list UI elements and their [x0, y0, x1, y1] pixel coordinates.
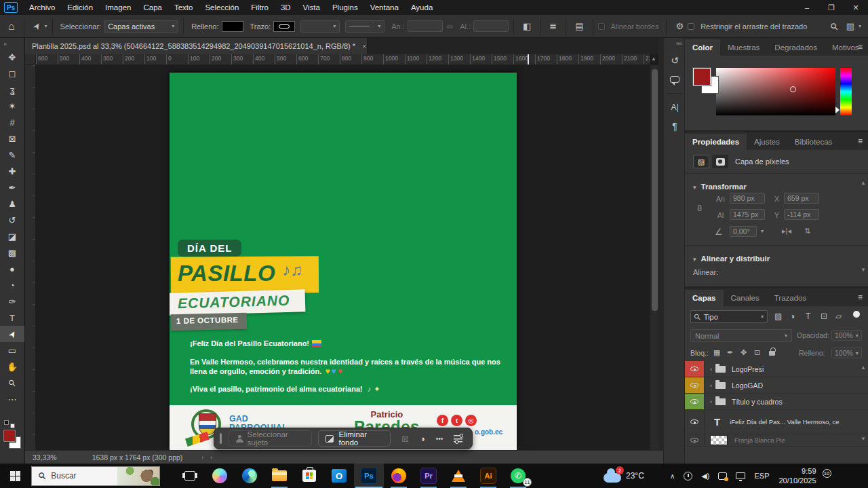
- select-mode-dropdown[interactable]: Capas activas▾: [104, 20, 178, 33]
- more-options-icon[interactable]: •••: [436, 435, 443, 443]
- layer-row-logogad[interactable]: › LogoGAD: [685, 377, 868, 394]
- zoom-tool[interactable]: ⚲: [0, 375, 24, 391]
- expand-panels-icon[interactable]: ««: [664, 38, 684, 51]
- hue-slider[interactable]: [840, 68, 852, 115]
- whatsapp-button[interactable]: ✆ 11: [503, 464, 533, 488]
- visibility-eye-icon[interactable]: [690, 438, 698, 443]
- filter-toggle-icon[interactable]: [853, 310, 860, 320]
- scroll-down-hint-icon[interactable]: ▼: [861, 267, 866, 273]
- panel-menu-icon[interactable]: ≡: [858, 136, 863, 146]
- history-panel-icon[interactable]: ↺: [664, 51, 686, 70]
- fill-swatch[interactable]: [222, 21, 243, 32]
- crop-tool[interactable]: #: [0, 114, 24, 130]
- restore-button[interactable]: ❐: [819, 3, 844, 12]
- pen-tool[interactable]: ✑: [0, 293, 24, 309]
- close-button[interactable]: ✕: [844, 3, 868, 12]
- canvas-area[interactable]: DÍA DEL PASILLO ♪♫ ECUATORIANO 1 DE OCTU…: [36, 65, 650, 450]
- align-section-header[interactable]: ▾Alinear y distribuir: [693, 252, 770, 264]
- layers-scroll-up-icon[interactable]: ▲: [861, 364, 866, 371]
- minimize-button[interactable]: –: [795, 3, 819, 12]
- expand-group-icon[interactable]: ›: [710, 366, 712, 373]
- filter-pixel-layers-icon[interactable]: ▨: [774, 312, 782, 321]
- tray-expand-icon[interactable]: ∧: [670, 472, 675, 480]
- healing-brush-tool[interactable]: ✚: [0, 163, 24, 179]
- tray-notification-app-icon[interactable]: [718, 472, 727, 480]
- lock-artboard-icon[interactable]: ⊡: [754, 348, 760, 357]
- layers-scroll-down-icon[interactable]: ▼: [861, 436, 866, 442]
- lock-position-icon[interactable]: ✥: [741, 348, 747, 357]
- visibility-eye-icon[interactable]: [690, 419, 698, 424]
- dodge-tool[interactable]: ◔: [0, 277, 24, 293]
- rectangle-tool[interactable]: ▭: [0, 342, 24, 358]
- tab-propiedades[interactable]: Propiedades: [685, 134, 747, 150]
- eraser-tool[interactable]: ◪: [0, 228, 24, 244]
- contextual-task-bar[interactable]: Seleccionar sujeto Eliminar fondo ⊠ ◑ ••…: [214, 428, 473, 449]
- tab-ajustes[interactable]: Ajustes: [747, 134, 787, 150]
- volume-icon[interactable]: ◀): [701, 472, 709, 481]
- menu-item[interactable]: 3D: [275, 0, 297, 15]
- filter-shape-layers-icon[interactable]: ⊡: [821, 312, 827, 321]
- swap-colors-icon[interactable]: [4, 420, 19, 428]
- photoshop-button[interactable]: Ps: [354, 464, 384, 488]
- layer-row-text[interactable]: T iFeliz Día del Pas... Valle Hermoso, c…: [685, 410, 868, 434]
- language-indicator[interactable]: ESP: [754, 472, 769, 480]
- comments-panel-icon[interactable]: [664, 70, 686, 89]
- move-tool[interactable]: ✥: [0, 49, 24, 65]
- panel-menu-icon[interactable]: ≡: [858, 42, 863, 52]
- menu-item[interactable]: Texto: [168, 0, 199, 15]
- clone-stamp-tool[interactable]: ♟: [0, 195, 24, 212]
- pixel-layer-icon[interactable]: ▨: [693, 155, 709, 168]
- filter-type-layers-icon[interactable]: T: [806, 312, 810, 321]
- poster-canvas[interactable]: DÍA DEL PASILLO ♪♫ ECUATORIANO 1 DE OCTU…: [170, 73, 517, 450]
- menu-item[interactable]: Ayuda: [405, 0, 439, 15]
- rectangular-marquee-tool[interactable]: ◻: [0, 65, 24, 81]
- hand-tool[interactable]: ✋: [0, 358, 24, 375]
- path-operations-icon[interactable]: ◧: [523, 21, 531, 31]
- expand-group-icon[interactable]: ›: [710, 398, 712, 405]
- search-icon[interactable]: ⚲: [828, 20, 841, 33]
- layer-row-titulo[interactable]: › Título y cuadros: [685, 394, 868, 410]
- taskbar-drag-handle[interactable]: [220, 433, 222, 444]
- status-next-icon[interactable]: ›: [201, 454, 203, 461]
- remove-background-button[interactable]: Eliminar fondo: [318, 430, 391, 447]
- firefox-button[interactable]: [384, 464, 414, 488]
- premiere-button[interactable]: Pr: [414, 464, 443, 488]
- hue-pointer-icon[interactable]: [835, 107, 840, 113]
- menu-item[interactable]: Filtro: [245, 0, 275, 15]
- quick-selection-tool[interactable]: ✶: [0, 98, 24, 114]
- path-arrangement-icon[interactable]: ▤: [575, 21, 583, 31]
- expand-group-icon[interactable]: ›: [710, 382, 712, 389]
- frame-tool[interactable]: ⊠: [0, 130, 24, 147]
- lock-all-icon[interactable]: [769, 351, 775, 356]
- visibility-eye-icon[interactable]: [690, 367, 698, 371]
- home-icon[interactable]: ⌂: [8, 20, 15, 33]
- visibility-eye-icon[interactable]: [690, 399, 698, 404]
- tab-color[interactable]: Color: [685, 39, 720, 56]
- illustrator-button[interactable]: Ai: [473, 464, 503, 488]
- task-view-button[interactable]: [175, 464, 205, 488]
- search-highlight-image[interactable]: [117, 467, 159, 486]
- menu-item[interactable]: Ventana: [364, 0, 405, 15]
- expand-tools-icon[interactable]: »: [0, 38, 24, 49]
- layer-filter-dropdown[interactable]: ⚲ Tipo ▾: [690, 310, 768, 323]
- status-prev-icon[interactable]: ‹: [210, 454, 212, 461]
- path-selection-tool[interactable]: ➤: [0, 326, 24, 342]
- color-picker-cursor[interactable]: [790, 86, 796, 92]
- blur-tool[interactable]: ●: [0, 261, 24, 277]
- tool-preset-caret[interactable]: ▾: [45, 23, 47, 29]
- mask-properties-icon[interactable]: [712, 155, 728, 168]
- vertical-scrollbar[interactable]: [650, 65, 658, 450]
- menu-item[interactable]: Plugins: [326, 0, 364, 15]
- saturation-brightness-field[interactable]: [716, 68, 835, 115]
- lock-transparency-icon[interactable]: ▦: [713, 348, 720, 357]
- ruler-corner[interactable]: [25, 54, 36, 65]
- layer-row-franja[interactable]: Franja Blanca Pie ▼: [685, 434, 868, 447]
- start-button[interactable]: [0, 464, 30, 488]
- current-tool-icon[interactable]: ➤: [31, 20, 43, 32]
- constrain-path-checkbox[interactable]: [688, 23, 694, 30]
- tab-muestras[interactable]: Muestras: [720, 39, 767, 56]
- network-icon[interactable]: [736, 472, 745, 479]
- horizontal-ruler[interactable]: 6005004003002001000100200300400500600700…: [36, 54, 650, 65]
- vertical-ruler[interactable]: [25, 65, 36, 450]
- document-tab[interactable]: Plantilla 2025.psd al 33,3% (504664122_5…: [25, 38, 368, 54]
